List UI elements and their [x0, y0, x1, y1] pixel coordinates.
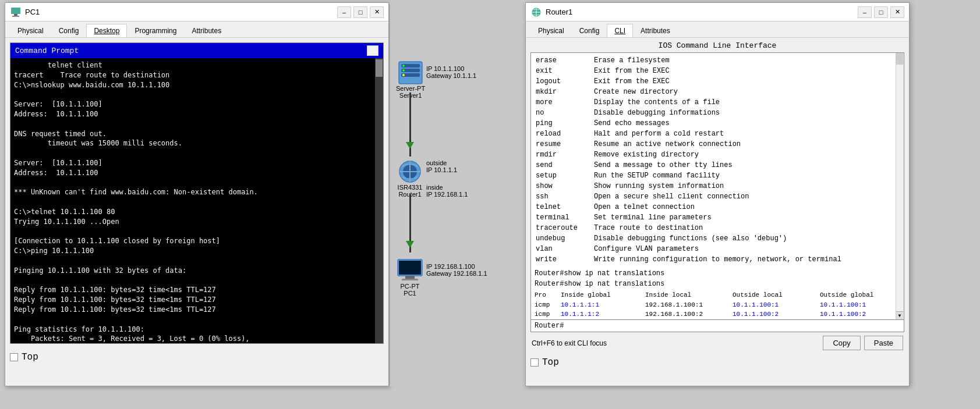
pc1-bottom-bar: Top	[5, 348, 388, 366]
router1-close[interactable]: ✕	[890, 6, 904, 18]
cli-command-row: vlanConfigure VLAN parameters	[535, 244, 900, 254]
cli-command-row: noDisable debugging informations	[535, 108, 900, 118]
svg-rect-2	[12, 16, 19, 17]
router1-minimize[interactable]: –	[858, 6, 872, 18]
pc-label: PC-PT PC1	[401, 283, 420, 297]
svg-point-8	[402, 69, 405, 72]
svg-rect-16	[405, 276, 415, 279]
cli-content: eraseErase a filesystemexitExit from the…	[531, 53, 904, 320]
paste-button[interactable]: Paste	[864, 336, 903, 350]
svg-rect-17	[402, 279, 418, 280]
nat-row: icmp 10.1.1.1:1 192.168.1.100:1 10.1.1.1…	[535, 300, 900, 310]
router1-bottom-bar: Top	[526, 354, 909, 371]
pc1-maximize[interactable]: □	[353, 6, 367, 18]
arrow-down-1	[406, 142, 414, 149]
cli-scrollbar-bottom[interactable]: ▼	[896, 311, 903, 319]
cmd-scrollbar[interactable]	[375, 58, 383, 343]
tab-physical[interactable]: Physical	[10, 24, 51, 37]
copy-button[interactable]: Copy	[823, 336, 860, 350]
pc1-controls: – □ ✕	[337, 6, 384, 18]
pc1-minimize[interactable]: –	[337, 6, 351, 18]
cmd-scrollbar-thumb	[376, 59, 383, 77]
pc1-close[interactable]: ✕	[370, 6, 384, 18]
top-label: Top	[22, 352, 38, 362]
cli-scrollbar-thumb	[896, 53, 903, 65]
cli-command-row: sshOpen a secure shell client connection	[535, 191, 900, 202]
cli-command-row: reloadHalt and perform a cold restart	[535, 129, 900, 139]
svg-rect-0	[11, 8, 20, 14]
cli-command-row: rmdirRemove existing directory	[535, 150, 900, 160]
network-diagram: Server-PT Server1 IP 10.1.1.100 Gateway …	[390, 2, 524, 386]
cli-hint: Ctrl+F6 to exit CLI focus	[532, 339, 607, 347]
nat-rows: icmp 10.1.1.1:1 192.168.1.100:1 10.1.1.1…	[535, 300, 900, 321]
cli-command-row: resumeResume an active network connectio…	[535, 139, 900, 150]
cli-command-row: telnetOpen a telnet connection	[535, 202, 900, 212]
pc1-titlebar: PC1 – □ ✕	[5, 3, 388, 22]
cmd-body[interactable]: telnet client tracert Trace route to des…	[10, 58, 383, 343]
cli-command-row: setupRun the SETUP command facility	[535, 170, 900, 181]
router1-tab-cli[interactable]: CLI	[607, 24, 633, 37]
tab-config[interactable]: Config	[51, 24, 87, 37]
cmd-close-btn[interactable]: X	[367, 45, 378, 56]
cli-command-row: mkdirCreate new directory	[535, 87, 900, 97]
pc-info: IP 192.168.1.100 Gateway 192.168.1.1	[426, 263, 487, 277]
pc1-tabs: Physical Config Desktop Programming Attr…	[5, 22, 388, 38]
nat-col-ol: Outside local	[733, 290, 820, 300]
cli-command-row: moreDisplay the contents of a file	[535, 97, 900, 108]
nat-row: icmp 10.1.1.1:3 192.168.1.100:3 10.1.1.1…	[535, 319, 900, 321]
cli-command-row: undebugDisable debugging functions (see …	[535, 233, 900, 244]
tab-desktop[interactable]: Desktop	[86, 24, 127, 37]
cli-command-row: terminalSet terminal line parameters	[535, 212, 900, 223]
nat-cmd1: Router#show ip nat translations	[535, 268, 900, 279]
cli-commands-table: eraseErase a filesystemexitExit from the…	[535, 55, 900, 265]
cli-command-row: sendSend a message to other tty lines	[535, 160, 900, 170]
cli-title: IOS Command Line Interface	[526, 38, 909, 52]
tab-programming[interactable]: Programming	[127, 24, 184, 37]
router-outside-info: outside IP 10.1.1.1	[426, 159, 457, 173]
cli-bottom-bar: Ctrl+F6 to exit CLI focus Copy Paste	[526, 332, 909, 354]
router1-top-checkbox[interactable]	[530, 358, 539, 367]
server-icon	[397, 61, 424, 85]
router1-controls: – □ ✕	[858, 6, 904, 18]
svg-rect-15	[399, 261, 421, 275]
pc1-title: PC1	[25, 8, 337, 16]
cli-command-row: tracerouteTrace route to destination	[535, 223, 900, 233]
router-icon	[396, 159, 424, 184]
pc-device[interactable]: PC-PT PC1	[396, 258, 424, 297]
arrow-down-2	[406, 241, 414, 248]
nat-table: Pro Inside global Inside local Outside l…	[535, 290, 900, 320]
router-inside-info: inside IP 192.168.1.1	[426, 184, 468, 198]
server-info: IP 10.1.1.100 Gateway 10.1.1.1	[426, 65, 476, 79]
cli-scrollbar[interactable]: ▼	[896, 53, 904, 319]
tab-attributes[interactable]: Attributes	[184, 24, 229, 37]
router1-titlebar: Router1 – □ ✕	[526, 3, 909, 22]
cli-command-row: exitExit from the EXEC	[535, 66, 900, 76]
pc-icon	[396, 258, 424, 283]
router1-tab-config[interactable]: Config	[572, 24, 607, 37]
nat-col-pro: Pro	[535, 290, 561, 300]
router1-maximize[interactable]: □	[874, 6, 888, 18]
cli-command-row: pingSend echo messages	[535, 118, 900, 129]
top-checkbox[interactable]	[10, 353, 18, 361]
nat-header-row: Pro Inside global Inside local Outside l…	[535, 290, 900, 300]
router1-tab-physical[interactable]: Physical	[530, 24, 572, 37]
cmd-prompt-title: Command Prompt	[15, 47, 79, 55]
pc1-window: PC1 – □ ✕ Physical Config Desktop Progra…	[5, 2, 389, 386]
router1-tab-attributes[interactable]: Attributes	[633, 24, 678, 37]
nat-col-il: Inside local	[645, 290, 733, 300]
cli-prompt: Router#	[535, 322, 564, 330]
cmd-output: telnet client tracert Trace route to des…	[14, 61, 380, 343]
router1-window: Router1 – □ ✕ Physical Config CLI Attrib…	[525, 2, 910, 386]
router1-title: Router1	[546, 8, 858, 16]
router-device[interactable]: ISR4331 Router1	[396, 159, 424, 198]
nat-cmd2: Router#show ip nat translations	[535, 279, 900, 289]
cli-prompt-row[interactable]: Router#	[530, 320, 904, 332]
cli-command-row: showShow running system information	[535, 181, 900, 191]
svg-point-7	[402, 65, 405, 67]
router1-top-label: Top	[542, 357, 559, 368]
cli-command-row: logoutExit from the EXEC	[535, 76, 900, 87]
nat-row: icmp 10.1.1.1:2 192.168.1.100:2 10.1.1.1…	[535, 310, 900, 319]
cli-btn-group: Copy Paste	[823, 336, 903, 350]
cli-command-row: writeWrite running configuration to memo…	[535, 254, 900, 265]
cli-body[interactable]: eraseErase a filesystemexitExit from the…	[530, 52, 904, 320]
